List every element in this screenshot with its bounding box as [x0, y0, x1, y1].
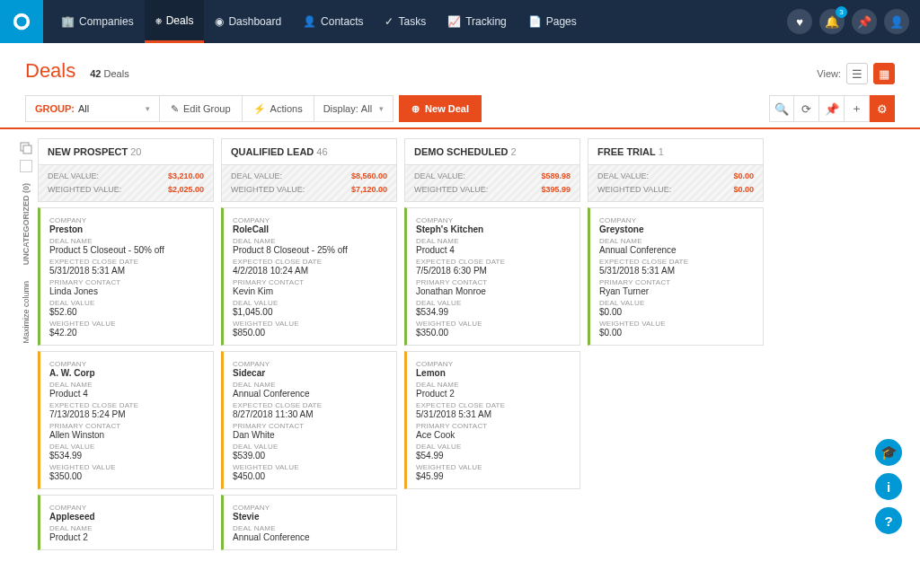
actions-button[interactable]: ⚡Actions: [243, 95, 314, 122]
user-avatar[interactable]: 👤: [884, 9, 909, 34]
deal-card[interactable]: COMPANYGreystone DEAL NAMEAnnual Confere…: [588, 207, 764, 346]
column-totals: DEAL VALUE:$8,560.00 WEIGHTED VALUE:$7,1…: [221, 165, 397, 202]
nav-item-tracking[interactable]: 📈Tracking: [437, 0, 518, 43]
column-header[interactable]: FREE TRIAL1: [588, 138, 764, 165]
deal-card[interactable]: COMPANYLemon DEAL NAMEProduct 2EXPECTED …: [404, 351, 580, 489]
deal-card[interactable]: COMPANYStevie DEAL NAMEAnnual Conference: [221, 495, 397, 550]
column-totals: DEAL VALUE:$589.98 WEIGHTED VALUE:$395.9…: [404, 165, 580, 202]
deal-card[interactable]: COMPANYSidecar DEAL NAMEAnnual Conferenc…: [221, 351, 397, 489]
notifications-button[interactable]: 🔔3: [819, 9, 845, 34]
page-title: Deals: [25, 59, 75, 83]
pencil-icon: ✎: [171, 103, 179, 115]
column-totals: DEAL VALUE:$0.00 WEIGHTED VALUE:$0.00: [588, 165, 764, 202]
favorites-button[interactable]: ♥: [787, 9, 812, 34]
view-board-button[interactable]: ▦: [873, 63, 895, 84]
settings-button[interactable]: ⚙: [870, 95, 895, 122]
svg-rect-2: [23, 145, 31, 154]
uncategorized-label[interactable]: UNCATEGORIZED (0): [22, 178, 31, 270]
display-selector[interactable]: Display: All▾: [314, 95, 394, 122]
notification-badge: 3: [836, 6, 847, 18]
maximize-column-label[interactable]: Maximize column: [22, 276, 31, 349]
tracking-icon: 📈: [447, 15, 461, 28]
pages-icon: 📄: [528, 15, 542, 28]
group-selector[interactable]: GROUP: All▾: [25, 95, 160, 122]
deal-card[interactable]: COMPANYPreston DEAL NAMEProduct 5 Closeo…: [38, 207, 214, 346]
pipeline-column: FREE TRIAL1 DEAL VALUE:$0.00 WEIGHTED VA…: [588, 138, 764, 588]
deal-count: 42 Deals: [90, 68, 128, 79]
nav-item-contacts[interactable]: 👤Contacts: [292, 0, 374, 43]
nav-item-pages[interactable]: 📄Pages: [518, 0, 588, 43]
nav-item-companies[interactable]: 🏢Companies: [50, 0, 145, 43]
deals-icon: ⎈: [155, 14, 162, 27]
nav-item-deals[interactable]: ⎈Deals: [145, 0, 205, 43]
column-totals: DEAL VALUE:$3,210.00 WEIGHTED VALUE:$2,0…: [38, 165, 214, 202]
pipeline-column: DEMO SCHEDULED2 DEAL VALUE:$589.98 WEIGH…: [404, 138, 580, 588]
svg-point-0: [15, 15, 29, 29]
bolt-icon: ⚡: [253, 103, 266, 115]
deal-card[interactable]: COMPANYA. W. Corp DEAL NAMEProduct 4EXPE…: [38, 351, 214, 489]
pin-button[interactable]: 📌: [852, 9, 877, 34]
dashboard-icon: ◉: [215, 15, 224, 28]
deal-card[interactable]: COMPANYAppleseed DEAL NAMEProduct 2: [38, 495, 214, 550]
app-logo[interactable]: [0, 0, 43, 43]
info-button[interactable]: i: [875, 473, 902, 500]
deal-card[interactable]: COMPANYSteph's Kitchen DEAL NAMEProduct …: [404, 207, 580, 346]
new-deal-button[interactable]: ⊕New Deal: [399, 95, 482, 122]
deal-card[interactable]: COMPANYRoleCall DEAL NAMEProduct 8 Close…: [221, 207, 397, 346]
add-button[interactable]: ＋: [845, 95, 870, 122]
help-button[interactable]: ?: [875, 507, 902, 534]
view-list-button[interactable]: ☰: [846, 63, 868, 84]
search-button[interactable]: 🔍: [769, 95, 794, 122]
copy-icon[interactable]: [20, 142, 32, 154]
page-header: Deals 42 Deals View: ☰ ▦: [0, 43, 920, 92]
companies-icon: 🏢: [61, 15, 75, 28]
tasks-icon: ✓: [385, 15, 394, 28]
column-header[interactable]: DEMO SCHEDULED2: [404, 138, 580, 165]
column-header[interactable]: QUALIFIED LEAD46: [221, 138, 397, 165]
view-label: View:: [817, 68, 841, 79]
contacts-icon: 👤: [303, 15, 316, 28]
pipeline-column: NEW PROSPECT20 DEAL VALUE:$3,210.00 WEIG…: [38, 138, 214, 588]
nav-item-dashboard[interactable]: ◉Dashboard: [204, 0, 292, 43]
left-rail: UNCATEGORIZED (0) Maximize column: [14, 138, 38, 588]
nav-item-tasks[interactable]: ✓Tasks: [374, 0, 437, 43]
column-header[interactable]: NEW PROSPECT20: [38, 138, 214, 165]
academy-button[interactable]: 🎓: [875, 439, 902, 466]
toolbar: GROUP: All▾ ✎Edit Group ⚡Actions Display…: [0, 92, 920, 129]
edit-group-button[interactable]: ✎Edit Group: [160, 95, 243, 122]
refresh-button[interactable]: ⟳: [794, 95, 819, 122]
pin-toolbar-button[interactable]: 📌: [819, 95, 845, 122]
top-navbar: 🏢Companies⎈Deals◉Dashboard👤Contacts✓Task…: [0, 0, 920, 43]
pipeline-column: QUALIFIED LEAD46 DEAL VALUE:$8,560.00 WE…: [221, 138, 397, 588]
rail-placeholder: [20, 160, 32, 172]
plus-icon: ⊕: [411, 103, 420, 115]
